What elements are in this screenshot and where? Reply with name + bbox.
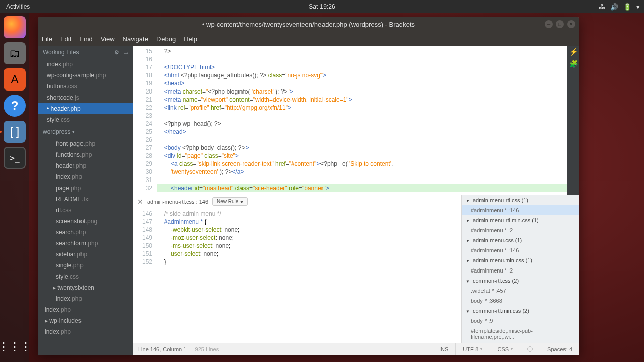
dock-files[interactable]: 🗂: [4, 42, 26, 64]
result-selector[interactable]: #adminmenu * :146: [462, 245, 579, 255]
file-item[interactable]: index.php: [38, 304, 133, 315]
working-files-header[interactable]: Working Files ⚙▭: [38, 46, 133, 59]
new-rule-button[interactable]: New Rule▾: [212, 197, 248, 206]
line-count: — 925 Lines: [186, 346, 219, 352]
indent[interactable]: Spaces: 4: [540, 343, 579, 355]
menubar: File Edit Find View Navigate Debug Help: [38, 32, 579, 46]
volume-icon[interactable]: 🔊: [610, 3, 618, 11]
extensions-icon[interactable]: 🧩: [567, 58, 579, 70]
result-file[interactable]: ▼ admin-menu.min.css (1): [462, 255, 579, 265]
file-item[interactable]: index.php: [38, 293, 133, 304]
dock-apps-grid[interactable]: ⋮⋮⋮: [4, 336, 26, 358]
result-selector[interactable]: #templateside,.misc-pub-filename,pre,.wi…: [462, 326, 579, 342]
dock-software[interactable]: A: [4, 68, 26, 90]
gutter: 151617181920212223242526272829303132: [133, 46, 157, 195]
file-item[interactable]: header.php: [38, 160, 133, 171]
language[interactable]: CSS▾: [490, 343, 520, 355]
sidebar: Working Files ⚙▭ index.phpwp-config-samp…: [38, 46, 133, 355]
insert-mode[interactable]: INS: [432, 343, 455, 355]
working-file[interactable]: • header.php: [38, 103, 133, 114]
result-selector[interactable]: #adminmenu * :2: [462, 265, 579, 276]
network-icon[interactable]: 🖧: [599, 3, 605, 11]
system-tray[interactable]: 🖧 🔊 🔋 ▾: [599, 3, 640, 11]
menu-edit[interactable]: Edit: [60, 35, 71, 43]
gear-icon[interactable]: ⚙: [114, 49, 119, 56]
file-item[interactable]: page.php: [38, 183, 133, 194]
file-item[interactable]: style.css: [38, 271, 133, 282]
result-selector[interactable]: body * :9: [462, 316, 579, 326]
dock-terminal[interactable]: >_: [4, 147, 26, 169]
activities-button[interactable]: Activities: [0, 3, 36, 10]
file-item[interactable]: functions.php: [38, 149, 133, 160]
quick-edit-code[interactable]: 146147148149150151152 /* side admin menu…: [133, 208, 461, 343]
menu-file[interactable]: File: [42, 35, 52, 43]
file-item[interactable]: search.php: [38, 227, 133, 238]
close-button[interactable]: ✕: [567, 20, 575, 28]
file-item[interactable]: sidebar.php: [38, 249, 133, 260]
cursor-position[interactable]: Line 146, Column 1: [138, 346, 186, 352]
result-file[interactable]: ▼ common-rtl.css (2): [462, 276, 579, 286]
result-file[interactable]: ▼ admin-menu-rtl.min.css (1): [462, 215, 579, 225]
dock-help[interactable]: ?: [4, 95, 26, 117]
quick-edit-file-label: admin-menu-rtl.css : 146: [147, 199, 208, 205]
window-title: • wp-content/themes/twentyseventeen/head…: [202, 21, 415, 28]
live-preview-icon[interactable]: ⚡: [567, 46, 579, 58]
working-file[interactable]: style.css: [38, 114, 133, 125]
battery-icon[interactable]: 🔋: [623, 3, 631, 11]
split-icon[interactable]: ▭: [123, 49, 128, 56]
result-selector[interactable]: #adminmenu * :146: [462, 205, 579, 215]
gnome-topbar: Activities Sat 19:26 🖧 🔊 🔋 ▾: [0, 0, 644, 13]
chevron-down-icon: ▾: [240, 199, 243, 204]
result-selector[interactable]: body * :3668: [462, 296, 579, 306]
working-file[interactable]: index.php: [38, 59, 133, 70]
titlebar[interactable]: • wp-content/themes/twentyseventeen/head…: [38, 17, 579, 32]
related-files[interactable]: ▼ admin-menu-rtl.css (1)#adminmenu * :14…: [461, 195, 579, 343]
file-item[interactable]: README.txt: [38, 194, 133, 205]
file-item[interactable]: single.php: [38, 260, 133, 271]
folder-item[interactable]: ▸ twentysixteen: [38, 282, 133, 293]
quick-edit-header: ✕ admin-menu-rtl.css : 146 New Rule▾: [133, 195, 461, 208]
file-item[interactable]: index.php: [38, 171, 133, 183]
menu-view[interactable]: View: [101, 35, 115, 43]
project-header[interactable]: wordpress▾: [38, 125, 133, 138]
result-file[interactable]: ▼ admin-menu-rtl.css (1): [462, 195, 579, 205]
encoding[interactable]: UTF-8▾: [455, 343, 490, 355]
working-file[interactable]: buttons.css: [38, 81, 133, 92]
file-item[interactable]: screenshot.png: [38, 216, 133, 227]
menu-debug[interactable]: Debug: [156, 35, 176, 43]
menu-navigate[interactable]: Navigate: [123, 35, 148, 43]
file-item[interactable]: index.php: [38, 326, 133, 337]
quick-edit-panel: ✕ admin-menu-rtl.css : 146 New Rule▾ 146…: [133, 195, 579, 343]
result-file[interactable]: ▼ common-rtl.min.css (2): [462, 306, 579, 316]
menu-help[interactable]: Help: [184, 35, 197, 43]
working-file[interactable]: wp-config-sample.php: [38, 70, 133, 81]
clock[interactable]: Sat 19:26: [309, 3, 335, 10]
maximize-button[interactable]: □: [556, 20, 564, 28]
chevron-down-icon[interactable]: ▾: [636, 3, 640, 11]
brackets-window: • wp-content/themes/twentyseventeen/head…: [38, 17, 579, 355]
close-icon[interactable]: ✕: [137, 198, 143, 206]
file-item[interactable]: rtl.css: [38, 205, 133, 216]
menu-find[interactable]: Find: [79, 35, 92, 43]
dock-brackets[interactable]: [ ]: [4, 121, 26, 143]
right-rail: ⚡ 🧩: [567, 46, 579, 195]
code-editor[interactable]: 151617181920212223242526272829303132 ?> …: [133, 46, 579, 195]
dock: 🗂 A ? [ ] >_ ⋮⋮⋮: [0, 13, 29, 362]
folder-item[interactable]: ▸ wp-includes: [38, 315, 133, 326]
result-selector[interactable]: #adminmenu * :2: [462, 225, 579, 235]
result-selector[interactable]: .widefat * :457: [462, 286, 579, 296]
file-item[interactable]: searchform.php: [38, 238, 133, 249]
statusbar: Line 146, Column 1 — 925 Lines INS UTF-8…: [133, 343, 579, 355]
dock-firefox[interactable]: [4, 16, 26, 38]
linting-status[interactable]: [520, 343, 540, 355]
file-item[interactable]: front-page.php: [38, 138, 133, 149]
result-file[interactable]: ▼ admin-menu.css (1): [462, 235, 579, 245]
minimize-button[interactable]: ─: [545, 20, 553, 28]
working-file[interactable]: shortcode.js: [38, 92, 133, 103]
